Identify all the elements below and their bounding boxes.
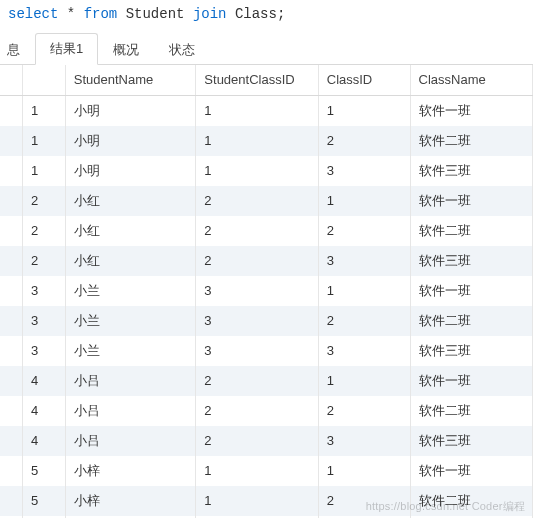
table-row[interactable]: 1小明11软件一班 — [0, 95, 533, 126]
cell-studentclassid[interactable]: 3 — [196, 276, 318, 306]
cell-studentclassid[interactable]: 2 — [196, 216, 318, 246]
cell-classid[interactable]: 2 — [318, 216, 410, 246]
cell-rownum[interactable] — [0, 276, 22, 306]
table-row[interactable]: 4小吕22软件二班 — [0, 396, 533, 426]
col-header-studentclassid[interactable]: StudentClassID — [196, 65, 318, 95]
cell-studentname[interactable]: 小吕 — [65, 426, 196, 456]
cell-studentid[interactable]: 1 — [22, 95, 65, 126]
cell-studentid[interactable]: 1 — [22, 126, 65, 156]
tab-overview[interactable]: 概况 — [98, 34, 154, 65]
cell-rownum[interactable] — [0, 306, 22, 336]
table-row[interactable]: 3小兰33软件三班 — [0, 336, 533, 366]
cell-studentid[interactable]: 2 — [22, 246, 65, 276]
cell-studentname[interactable]: 小兰 — [65, 276, 196, 306]
cell-classid[interactable]: 1 — [318, 186, 410, 216]
cell-classname[interactable]: 软件三班 — [410, 336, 532, 366]
cell-studentname[interactable]: 小兰 — [65, 336, 196, 366]
cell-rownum[interactable] — [0, 486, 22, 516]
cell-classid[interactable]: 2 — [318, 126, 410, 156]
cell-studentid[interactable]: 3 — [22, 276, 65, 306]
cell-classid[interactable]: 1 — [318, 95, 410, 126]
cell-studentid[interactable]: 4 — [22, 366, 65, 396]
cell-classid[interactable]: 1 — [318, 276, 410, 306]
cell-studentclassid[interactable]: 2 — [196, 246, 318, 276]
cell-rownum[interactable] — [0, 126, 22, 156]
cell-classname[interactable]: 软件三班 — [410, 426, 532, 456]
table-row[interactable]: 3小兰31软件一班 — [0, 276, 533, 306]
cell-studentname[interactable]: 小梓 — [65, 486, 196, 516]
cell-rownum[interactable] — [0, 456, 22, 486]
cell-studentname[interactable]: 小红 — [65, 186, 196, 216]
cell-studentclassid[interactable]: 3 — [196, 336, 318, 366]
table-row[interactable]: 4小吕23软件三班 — [0, 426, 533, 456]
cell-classname[interactable]: 软件一班 — [410, 456, 532, 486]
cell-rownum[interactable] — [0, 95, 22, 126]
cell-studentname[interactable]: 小梓 — [65, 456, 196, 486]
cell-classname[interactable]: 软件一班 — [410, 95, 532, 126]
cell-studentname[interactable]: 小明 — [65, 156, 196, 186]
cell-studentid[interactable]: 5 — [22, 486, 65, 516]
table-row[interactable]: 2小红23软件三班 — [0, 246, 533, 276]
cell-studentname[interactable]: 小明 — [65, 126, 196, 156]
cell-classid[interactable]: 1 — [318, 366, 410, 396]
cell-classid[interactable]: 2 — [318, 306, 410, 336]
cell-classid[interactable]: 2 — [318, 396, 410, 426]
cell-rownum[interactable] — [0, 156, 22, 186]
cell-studentid[interactable]: 5 — [22, 456, 65, 486]
cell-studentclassid[interactable]: 3 — [196, 306, 318, 336]
col-header-studentname[interactable]: StudentName — [65, 65, 196, 95]
cell-classname[interactable]: 软件一班 — [410, 366, 532, 396]
cell-studentclassid[interactable]: 1 — [196, 456, 318, 486]
cell-classname[interactable]: 软件二班 — [410, 216, 532, 246]
cell-classname[interactable]: 软件一班 — [410, 186, 532, 216]
cell-studentid[interactable]: 3 — [22, 336, 65, 366]
cell-studentclassid[interactable]: 1 — [196, 126, 318, 156]
cell-studentid[interactable]: 4 — [22, 396, 65, 426]
table-row[interactable]: 3小兰32软件二班 — [0, 306, 533, 336]
cell-classname[interactable]: 软件三班 — [410, 156, 532, 186]
cell-classid[interactable]: 3 — [318, 336, 410, 366]
cell-studentclassid[interactable]: 1 — [196, 156, 318, 186]
cell-classid[interactable]: 3 — [318, 156, 410, 186]
cell-studentid[interactable]: 2 — [22, 216, 65, 246]
cell-rownum[interactable] — [0, 216, 22, 246]
cell-classid[interactable]: 1 — [318, 456, 410, 486]
cell-classname[interactable]: 软件二班 — [410, 486, 532, 516]
cell-studentclassid[interactable]: 2 — [196, 426, 318, 456]
col-header-classid[interactable]: ClassID — [318, 65, 410, 95]
cell-rownum[interactable] — [0, 426, 22, 456]
cell-classname[interactable]: 软件二班 — [410, 306, 532, 336]
cell-classid[interactable]: 3 — [318, 246, 410, 276]
cell-classname[interactable]: 软件二班 — [410, 396, 532, 426]
tab-result1[interactable]: 结果1 — [35, 33, 98, 65]
table-row[interactable]: 1小明12软件二班 — [0, 126, 533, 156]
cell-rownum[interactable] — [0, 246, 22, 276]
cell-classid[interactable]: 2 — [318, 486, 410, 516]
cell-rownum[interactable] — [0, 366, 22, 396]
table-row[interactable]: 5小梓11软件一班 — [0, 456, 533, 486]
cell-rownum[interactable] — [0, 336, 22, 366]
sql-editor-line[interactable]: select * from Student join Class; — [0, 0, 533, 32]
cell-studentid[interactable]: 1 — [22, 156, 65, 186]
cell-classid[interactable]: 3 — [318, 426, 410, 456]
col-header-classname[interactable]: ClassName — [410, 65, 532, 95]
cell-studentname[interactable]: 小明 — [65, 95, 196, 126]
cell-classname[interactable]: 软件一班 — [410, 276, 532, 306]
cell-studentclassid[interactable]: 2 — [196, 186, 318, 216]
cell-studentname[interactable]: 小兰 — [65, 306, 196, 336]
table-row[interactable]: 4小吕21软件一班 — [0, 366, 533, 396]
table-row[interactable]: 2小红21软件一班 — [0, 186, 533, 216]
cell-studentclassid[interactable]: 1 — [196, 486, 318, 516]
cell-rownum[interactable] — [0, 396, 22, 426]
cell-studentid[interactable]: 2 — [22, 186, 65, 216]
cell-classname[interactable]: 软件二班 — [410, 126, 532, 156]
cell-studentclassid[interactable]: 2 — [196, 396, 318, 426]
cell-studentname[interactable]: 小红 — [65, 216, 196, 246]
tab-status[interactable]: 状态 — [154, 34, 210, 65]
tab-info-partial[interactable]: 息 — [0, 34, 35, 65]
cell-studentid[interactable]: 3 — [22, 306, 65, 336]
col-header-studentid[interactable] — [22, 65, 65, 95]
cell-studentclassid[interactable]: 1 — [196, 95, 318, 126]
cell-studentname[interactable]: 小吕 — [65, 396, 196, 426]
cell-classname[interactable]: 软件三班 — [410, 246, 532, 276]
